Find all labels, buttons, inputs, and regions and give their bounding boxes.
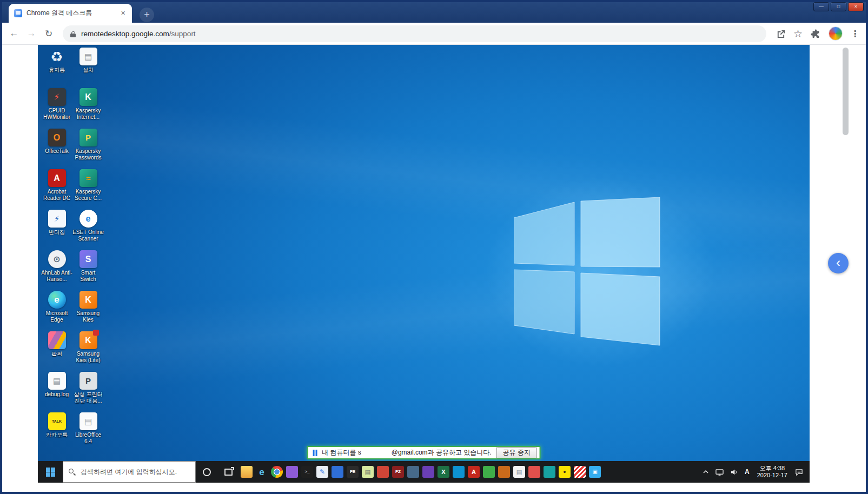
lite-badge xyxy=(93,330,99,336)
desktop-icon-kaspersky-internet[interactable]: K Kaspersky Internet... xyxy=(72,86,104,127)
taskbar-icon-excel[interactable]: X xyxy=(436,461,451,483)
taskbar-icon-app-teal[interactable] xyxy=(542,461,557,483)
taskbar-icon-app-amber[interactable] xyxy=(496,461,512,483)
toolbar-actions: ☆ ⋮ xyxy=(776,26,862,41)
window-titlebar: Chrome 원격 데스크톱 × + — □ × xyxy=(0,0,868,23)
hidden-icons-chevron-icon[interactable] xyxy=(699,461,712,483)
windows-start-icon xyxy=(46,468,55,477)
address-bar[interactable]: remotedesktop.google.com/support xyxy=(63,25,766,42)
volume-icon[interactable] xyxy=(727,461,741,483)
desktop-icon-samsung-kies-lite[interactable]: K Samsung Kies (Lite) xyxy=(72,330,104,370)
taskbar-icon-console[interactable]: >_ xyxy=(300,461,315,483)
taskbar-icon-chrome[interactable] xyxy=(269,461,284,483)
bookmark-star-icon[interactable]: ☆ xyxy=(793,28,803,40)
taskbar-icon-file-explorer[interactable] xyxy=(239,461,254,483)
close-button[interactable]: × xyxy=(848,2,864,11)
taskbar-icon-acrobat[interactable]: A xyxy=(466,461,481,483)
sharing-message: 내 컴퓨터를 s@gmail.com과 공유하고 있습니다. xyxy=(322,448,492,457)
action-center-icon[interactable] xyxy=(792,461,806,483)
task-view-button[interactable] xyxy=(217,461,239,483)
desktop-icon-acrobat-reader[interactable]: A Acrobat Reader DC xyxy=(41,168,72,208)
desktop-icon-samsung-printer-diag[interactable]: P 삼성 프린터 진단 대응... xyxy=(72,370,104,411)
back-button[interactable]: ← xyxy=(6,26,22,41)
desktop-icon-kaspersky-secure[interactable]: ≈ Kaspersky Secure C... xyxy=(72,168,104,208)
desktop-icon-ahnlab-anti-ransomware[interactable]: ⊙ AhnLab Anti-Ranso... xyxy=(41,249,72,289)
window-controls: — □ × xyxy=(813,2,864,11)
desktop-icon-setup-doc[interactable]: ▤ 설치 xyxy=(72,46,104,86)
ssl-lock-icon[interactable] xyxy=(70,31,76,38)
tab-title: Chrome 원격 데스크톱 xyxy=(26,9,114,18)
remote-desktop-share-icon xyxy=(313,450,317,456)
search-icon xyxy=(69,469,76,476)
taskbar-search-box[interactable] xyxy=(63,461,196,483)
taskbar-icon-notepad-plus[interactable]: ▤ xyxy=(360,461,375,483)
start-button[interactable] xyxy=(38,461,63,483)
taskbar-icon-app-indigo[interactable] xyxy=(421,461,436,483)
desktop-icon-microsoft-edge[interactable]: e Microsoft Edge xyxy=(41,289,72,330)
desktop-icons: ♻ 휴지통 ▤ 설치 ⚡ CPUID HWMonitor K Kaspersky… xyxy=(41,46,104,451)
taskbar-icon-app-blue[interactable] xyxy=(330,461,345,483)
taskbar-icon-pen-app[interactable]: ✎ xyxy=(315,461,330,483)
desktop-icon-samsung-kies[interactable]: K Samsung Kies xyxy=(72,289,104,330)
browser-tab[interactable]: Chrome 원격 데스크톱 × xyxy=(9,4,132,23)
chrome-remote-desktop-favicon xyxy=(14,9,22,17)
desktop-icon-libreoffice[interactable]: ▤ LibreOffice 6.4 xyxy=(72,411,104,451)
taskbar-icon-app-fe[interactable]: FE xyxy=(345,461,360,483)
windows-logo xyxy=(514,197,661,346)
page-content: ♻ 휴지통 ▤ 설치 ⚡ CPUID HWMonitor K Kaspersky… xyxy=(0,45,868,494)
stop-sharing-button[interactable]: 공유 중지 xyxy=(496,447,537,458)
desktop-icon-kakaotalk[interactable]: TALK 카카오톡 xyxy=(41,411,72,451)
cortana-button[interactable] xyxy=(196,461,217,483)
taskbar-icon-internet-explorer[interactable]: e xyxy=(254,461,269,483)
taskbar-icon-filezilla[interactable]: FZ xyxy=(390,461,406,483)
taskbar-icon-app-stripes[interactable] xyxy=(572,461,587,483)
desktop-icon-kaspersky-passwords[interactable]: P Kaspersky Passwords xyxy=(72,127,104,168)
system-tray: A 오후 4:38 2020-12-17 xyxy=(699,461,810,483)
browser-menu-icon[interactable]: ⋮ xyxy=(851,29,859,39)
open-in-new-icon[interactable] xyxy=(776,29,785,38)
session-options-panel-toggle[interactable]: ‹ xyxy=(828,253,849,273)
taskbar-icon-app-green[interactable] xyxy=(481,461,496,483)
new-tab-button[interactable]: + xyxy=(140,8,154,22)
desktop-icon-officetalk[interactable]: O OfficeTalk xyxy=(41,127,72,168)
desktop-icon-eset-online-scanner[interactable]: e ESET Online Scanner xyxy=(72,208,104,249)
minimize-button[interactable]: — xyxy=(813,2,829,11)
search-input[interactable] xyxy=(81,468,189,476)
desktop-icon-cpuid-hwmonitor[interactable]: ⚡ CPUID HWMonitor xyxy=(41,86,72,127)
clock-date: 2020-12-17 xyxy=(757,472,787,478)
reload-button[interactable]: ↻ xyxy=(41,26,56,41)
taskbar-icon-kakaotalk[interactable]: ● xyxy=(557,461,572,483)
taskbar-icon-app-steel[interactable] xyxy=(406,461,421,483)
taskbar-apps: e >_ ✎ FE ▤ FZ X A xyxy=(239,461,602,483)
ime-language-indicator[interactable]: A xyxy=(741,461,753,483)
extensions-puzzle-icon[interactable] xyxy=(811,29,820,38)
taskbar-icon-photos[interactable]: ▣ xyxy=(587,461,602,483)
tab-close-icon[interactable]: × xyxy=(118,9,128,18)
profile-avatar[interactable] xyxy=(829,26,843,41)
scrollbar-thumb[interactable] xyxy=(843,48,849,135)
browser-toolbar: ← → ↻ remotedesktop.google.com/support ☆… xyxy=(0,23,868,45)
task-view-icon xyxy=(224,469,233,476)
desktop-icon-bandizip[interactable]: ⚡ 반디집 xyxy=(41,208,72,249)
desktop-icon-smart-switch[interactable]: S Smart Switch xyxy=(72,249,104,289)
maximize-button[interactable]: □ xyxy=(831,2,846,11)
remote-desktop-screen[interactable]: ♻ 휴지통 ▤ 설치 ⚡ CPUID HWMonitor K Kaspersky… xyxy=(38,45,810,483)
desktop-icon-poppick[interactable]: 팝픽 xyxy=(41,330,72,370)
desktop-icon-recycle-bin[interactable]: ♻ 휴지통 xyxy=(41,46,72,86)
taskbar-icon-app-purple[interactable] xyxy=(284,461,300,483)
network-status-icon[interactable] xyxy=(712,461,727,483)
sharing-notification-banner: 내 컴퓨터를 s@gmail.com과 공유하고 있습니다. 공유 중지 xyxy=(307,446,541,459)
windows-taskbar: e >_ ✎ FE ▤ FZ X A xyxy=(38,461,810,483)
taskbar-icon-notepad[interactable]: ▤ xyxy=(512,461,527,483)
desktop-icon-debug-log[interactable]: ▤ debug.log xyxy=(41,370,72,411)
taskbar-icon-app-pink[interactable] xyxy=(527,461,542,483)
taskbar-icon-app-azure[interactable] xyxy=(451,461,466,483)
taskbar-icon-app-red[interactable] xyxy=(375,461,390,483)
cortana-icon xyxy=(203,468,211,476)
forward-button[interactable]: → xyxy=(24,26,39,41)
clock-time: 오후 4:38 xyxy=(760,465,785,471)
url-text: remotedesktop.google.com/support xyxy=(81,30,196,38)
taskbar-clock[interactable]: 오후 4:38 2020-12-17 xyxy=(753,465,792,479)
